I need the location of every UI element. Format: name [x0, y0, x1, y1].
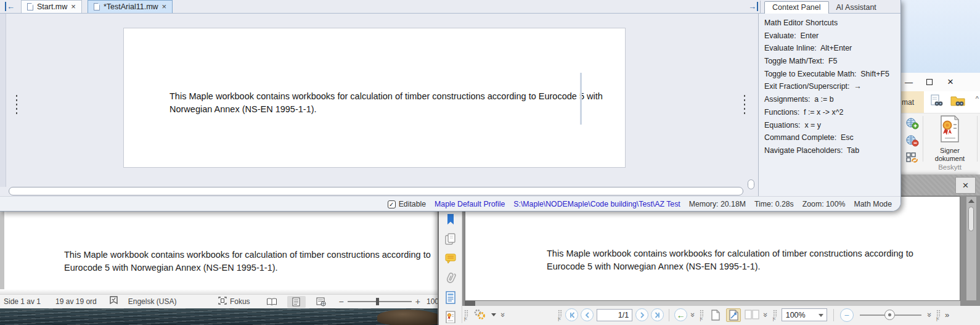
sign-document-button[interactable]: Signer dokument: [925, 115, 974, 163]
focus-icon[interactable]: [218, 296, 227, 307]
maple-vertical-scrollbar-end[interactable]: [748, 179, 754, 189]
shortcut-item: Toggle to Executable Math: Shift+F5: [759, 68, 901, 81]
comments-panel-icon[interactable]: [444, 253, 457, 266]
scroll-up-icon[interactable]: [968, 199, 974, 203]
sign-document-label: Signer dokument: [925, 147, 974, 163]
toolbar-overflow-icon[interactable]: »: [688, 313, 698, 317]
options-caret-icon[interactable]: [491, 313, 496, 316]
web-layout-icon[interactable]: [312, 296, 330, 308]
toolbar-separator: [669, 309, 669, 321]
single-page-icon[interactable]: [708, 308, 722, 322]
wallpaper-rock: [377, 310, 441, 325]
math-mode-status[interactable]: Math Mode: [854, 200, 892, 208]
pdf-hscroll-thumb[interactable]: [465, 301, 475, 306]
maple-window: ← Start.mw × *TestArial11.mw × → Context…: [0, 0, 901, 212]
first-page-button[interactable]: [565, 308, 578, 321]
editable-checkbox-row: ✓ Editable: [388, 200, 426, 208]
shortcut-item: Exit Fraction/Superscript: →: [759, 80, 901, 93]
ribbon-tab-partial[interactable]: mat: [898, 91, 924, 113]
shortcut-item: Evaluate: Enter: [759, 30, 901, 43]
bookmarks-panel-icon[interactable]: [446, 213, 455, 228]
fit-width-icon[interactable]: [726, 308, 741, 322]
print-layout-icon[interactable]: [287, 296, 306, 308]
collapse-ribbon-icon[interactable]: ^: [976, 95, 979, 102]
page-number-input[interactable]: 1/1: [597, 309, 632, 321]
globe-remove-icon[interactable]: [905, 134, 919, 149]
pdf-zoom-slider[interactable]: [860, 315, 921, 316]
zoom-in-icon[interactable]: +: [415, 297, 420, 306]
toolbar-overflow-icon[interactable]: »: [762, 313, 771, 317]
word-document-window: This Maple workbook contains workbooks f…: [0, 212, 439, 308]
maple-worksheet-page[interactable]: This Maple workbook contains workbooks f…: [123, 28, 626, 168]
zoom-slider-thumb[interactable]: [376, 298, 379, 305]
text-cursor-line: [580, 73, 582, 125]
pdf-toolbar: |< » |< 1/1 ← » |<: [462, 306, 980, 324]
close-tab-icon[interactable]: ×: [71, 4, 76, 10]
profile-link[interactable]: Maple Default Profile: [435, 200, 505, 208]
minimize-button[interactable]: —: [898, 78, 919, 87]
next-page-button[interactable]: [635, 308, 648, 321]
zoom-slider[interactable]: [348, 301, 412, 302]
toolbar-expand-icon[interactable]: »: [945, 310, 949, 319]
folder-search-icon[interactable]: [950, 94, 966, 110]
worksheet-path-link[interactable]: S:\Maple\NODEMaple\Code building\Test\AZ…: [513, 200, 680, 208]
pdf-zoom-slider-knob[interactable]: [884, 310, 895, 320]
collapse-panel-right-icon[interactable]: →: [743, 1, 762, 13]
word-page-margin: [0, 212, 4, 294]
two-page-view-icon[interactable]: [745, 308, 759, 322]
panel-drag-handle[interactable]: [743, 94, 746, 115]
toolbar-grip[interactable]: |<: [936, 310, 941, 321]
proofing-icon[interactable]: [109, 296, 118, 308]
collapse-tabs-left-icon[interactable]: ←: [0, 1, 18, 13]
toolbar-separator: [833, 309, 834, 321]
editable-checkbox[interactable]: ✓: [388, 200, 396, 208]
pages-panel-icon[interactable]: [444, 232, 457, 249]
last-page-button[interactable]: [651, 308, 664, 321]
toolbar-grip[interactable]: |<: [558, 310, 562, 321]
toolbar-overflow-icon[interactable]: »: [499, 313, 508, 317]
previous-page-button[interactable]: [581, 308, 594, 321]
toolbar-overflow-icon[interactable]: »: [925, 313, 934, 317]
pdf-horizontal-scrollbar[interactable]: [465, 301, 960, 306]
options-gears-icon[interactable]: [472, 308, 488, 323]
close-tab-icon[interactable]: ×: [162, 4, 167, 10]
desktop: — × mat ^: [0, 0, 980, 325]
ribbon-tab-row: mat ^: [898, 91, 980, 113]
zoom-out-icon[interactable]: −: [339, 297, 344, 306]
zoom-caret-icon: [819, 314, 823, 317]
close-button[interactable]: ×: [940, 76, 961, 88]
tab-start-mw[interactable]: Start.mw ×: [21, 0, 82, 13]
toolbar-grip[interactable]: |<: [773, 310, 777, 321]
tab-ai-assistant[interactable]: AI Assistant: [829, 2, 884, 14]
maple-horizontal-scrollbar[interactable]: [9, 187, 743, 195]
zoom-out-button[interactable]: −: [840, 308, 854, 322]
attachments-panel-icon[interactable]: [444, 271, 457, 287]
pdf-vscroll-thumb[interactable]: [968, 207, 974, 231]
read-mode-icon[interactable]: [263, 296, 281, 308]
focus-label[interactable]: Fokus: [230, 297, 250, 306]
zoom-percent-status[interactable]: 100: [427, 297, 439, 306]
toolbar-grip[interactable]: |<: [464, 310, 468, 321]
maximize-button[interactable]: [919, 78, 940, 87]
left-drag-handle[interactable]: [15, 94, 18, 115]
toolbar-grip[interactable]: |<: [700, 310, 704, 321]
pdf-vertical-scrollbar[interactable]: [966, 197, 976, 300]
tab-context-panel[interactable]: Context Panel: [764, 1, 829, 14]
page-count-status[interactable]: Side 1 av 1: [4, 297, 41, 306]
ribbon-group-label: Beskytt: [925, 163, 974, 171]
pdf-page-text: This Maple workbook contains workbooks f…: [547, 247, 938, 273]
qr-link-icon[interactable]: [905, 152, 919, 168]
globe-add-icon[interactable]: [905, 117, 919, 132]
tab-testarial11-mw[interactable]: *TestArial11.mw ×: [88, 0, 173, 13]
language-status[interactable]: Engelsk (USA): [128, 297, 177, 306]
zoom-status: Zoom: 100%: [802, 200, 846, 208]
word-count-status[interactable]: 19 av 19 ord: [55, 297, 97, 306]
ribbon-group: Signer dokument Beskytt: [898, 113, 980, 173]
document-search-icon[interactable]: [930, 94, 944, 110]
zoom-level-select[interactable]: 100%: [782, 308, 827, 321]
maple-worksheet-text[interactable]: This Maple workbook contains workbooks f…: [169, 90, 607, 116]
previous-view-button[interactable]: ←: [674, 308, 687, 321]
memory-status: Memory: 20.18M: [689, 200, 746, 208]
document-panel-icon[interactable]: [445, 291, 456, 306]
pdf-close-button[interactable]: ×: [955, 177, 976, 194]
